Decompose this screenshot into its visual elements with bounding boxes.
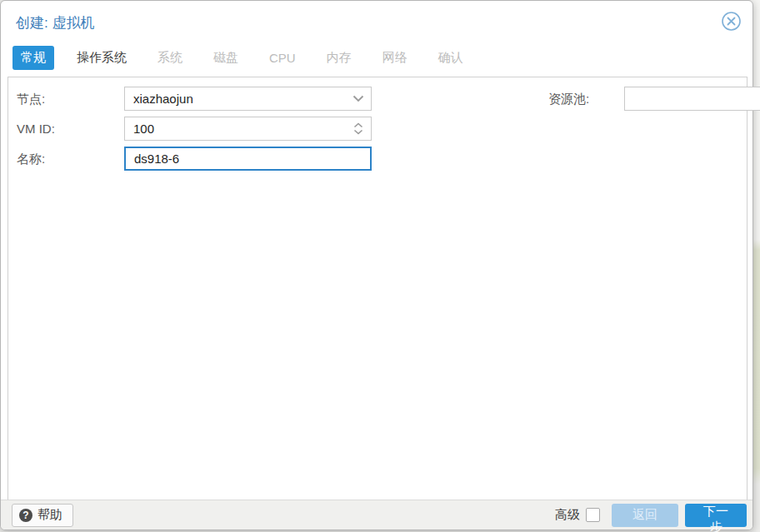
pool-input[interactable]: [625, 87, 760, 110]
close-icon[interactable]: [721, 11, 742, 32]
name-label: 名称:: [17, 147, 45, 171]
vmid-spinner-field[interactable]: [124, 117, 372, 141]
tab-memory: 内存: [318, 46, 360, 70]
tab-os[interactable]: 操作系统: [68, 46, 135, 70]
pool-label: 资源池:: [548, 87, 589, 111]
general-form-panel: 节点: 资源池: VM ID: 名称:: [8, 77, 748, 500]
tab-general[interactable]: 常规: [12, 46, 54, 70]
pool-combobox[interactable]: [624, 87, 760, 111]
tab-disks: 磁盘: [205, 46, 247, 70]
question-mark-icon: ?: [19, 509, 32, 522]
wizard-tabbar: 常规 操作系统 系统 磁盘 CPU 内存 网络 确认: [12, 46, 472, 70]
help-button-label: 帮助: [38, 507, 62, 523]
tab-network: 网络: [374, 46, 416, 70]
chevron-down-icon[interactable]: [346, 87, 371, 110]
advanced-checkbox[interactable]: [586, 508, 600, 522]
vmid-label: VM ID:: [17, 117, 55, 141]
next-button[interactable]: 下一步: [685, 504, 747, 527]
dialog-footer-toolbar: ? 帮助 高级 返回 下一步: [1, 500, 752, 530]
tab-system: 系统: [149, 46, 191, 70]
spinner-up-down-icon[interactable]: [346, 117, 371, 140]
node-input[interactable]: [125, 87, 346, 110]
dialog-title: 创建: 虚拟机: [16, 13, 94, 32]
tab-cpu: CPU: [261, 47, 304, 69]
vmid-input[interactable]: [125, 117, 346, 140]
node-label: 节点:: [17, 87, 45, 111]
back-button: 返回: [612, 504, 678, 527]
footer-actions: 高级 返回 下一步: [555, 504, 747, 527]
name-input[interactable]: [126, 148, 370, 169]
create-vm-dialog: 创建: 虚拟机 常规 操作系统 系统 磁盘 CPU 内存 网络 确认 节点: 资…: [0, 0, 753, 530]
help-button[interactable]: ? 帮助: [12, 504, 73, 527]
advanced-label: 高级: [555, 507, 580, 523]
tab-confirm: 确认: [430, 46, 472, 70]
node-combobox[interactable]: [124, 87, 372, 111]
name-field[interactable]: [124, 147, 372, 171]
